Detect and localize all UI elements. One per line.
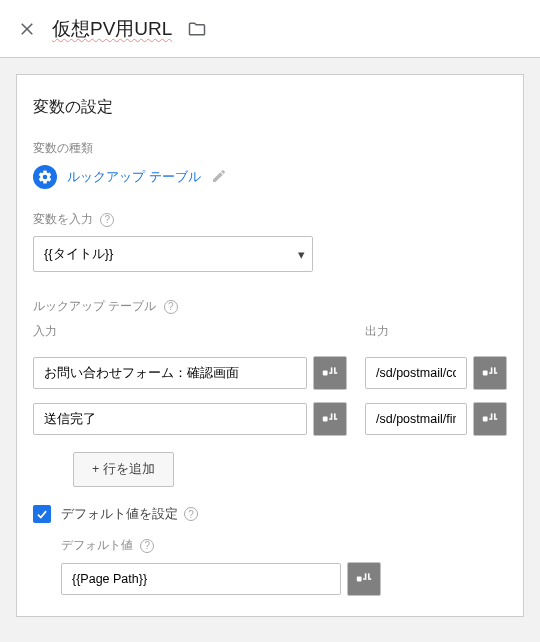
page-title: 仮想PV用URL — [52, 16, 172, 42]
help-icon[interactable]: ? — [184, 507, 198, 521]
svg-rect-21 — [494, 413, 496, 418]
svg-rect-15 — [331, 413, 333, 418]
variable-picker-icon[interactable] — [473, 356, 507, 390]
input-variable-select-button[interactable]: {{タイトル}} — [33, 236, 313, 272]
set-default-checkbox-row: デフォルト値を設定 ? — [33, 505, 507, 523]
svg-rect-22 — [357, 577, 362, 582]
col-header-input: 入力 — [33, 323, 347, 340]
lookup-output-field[interactable] — [365, 403, 467, 435]
lookup-input-field[interactable] — [33, 357, 307, 389]
svg-rect-9 — [494, 372, 497, 374]
svg-rect-14 — [334, 418, 337, 420]
svg-rect-24 — [368, 578, 371, 580]
input-variable-select[interactable]: {{タイトル}} ▾ — [33, 236, 313, 272]
svg-rect-8 — [489, 372, 492, 374]
variable-type-name[interactable]: ルックアップ テーブル — [67, 168, 201, 186]
help-icon[interactable]: ? — [140, 539, 154, 553]
svg-rect-19 — [494, 418, 497, 420]
set-default-checkbox[interactable] — [33, 505, 51, 523]
svg-rect-7 — [483, 371, 488, 376]
col-header-output: 出力 — [365, 323, 507, 340]
default-value-label: デフォルト値 ? — [61, 537, 507, 554]
lookup-column-headers: 入力 出力 — [33, 323, 507, 350]
lookup-row — [33, 402, 507, 436]
close-icon[interactable] — [16, 18, 38, 40]
svg-rect-11 — [494, 367, 496, 372]
input-variable-label: 変数を入力 ? — [33, 211, 507, 228]
lookup-row — [33, 356, 507, 390]
svg-rect-5 — [331, 367, 333, 372]
variable-type-row: ルックアップ テーブル — [33, 165, 507, 189]
svg-rect-18 — [489, 418, 492, 420]
lookup-output-field[interactable] — [365, 357, 467, 389]
variable-picker-icon[interactable] — [473, 402, 507, 436]
variable-picker-icon[interactable] — [313, 356, 347, 390]
gear-icon — [33, 165, 57, 189]
svg-rect-2 — [323, 371, 328, 376]
variable-picker-icon[interactable] — [347, 562, 381, 596]
svg-rect-3 — [329, 372, 332, 374]
variable-config-card: 変数の設定 変数の種類 ルックアップ テーブル 変数を入力 ? {{タイトル}}… — [16, 74, 524, 617]
svg-rect-25 — [365, 573, 367, 578]
lookup-table-label: ルックアップ テーブル ? — [33, 298, 507, 315]
svg-rect-4 — [334, 372, 337, 374]
svg-rect-12 — [323, 417, 328, 422]
add-row-button[interactable]: + 行を追加 — [73, 452, 174, 487]
help-icon[interactable]: ? — [100, 213, 114, 227]
type-label: 変数の種類 — [33, 140, 507, 157]
svg-rect-17 — [483, 417, 488, 422]
svg-rect-20 — [491, 413, 493, 418]
svg-rect-16 — [334, 413, 336, 418]
card-heading: 変数の設定 — [33, 97, 507, 118]
edit-type-icon[interactable] — [211, 168, 229, 186]
svg-rect-10 — [491, 367, 493, 372]
folder-icon[interactable] — [186, 18, 208, 40]
default-value-field[interactable] — [61, 563, 341, 595]
svg-rect-26 — [368, 573, 370, 578]
set-default-checkbox-label: デフォルト値を設定 — [61, 505, 178, 523]
lookup-input-field[interactable] — [33, 403, 307, 435]
titlebar: 仮想PV用URL — [0, 0, 540, 58]
svg-rect-6 — [334, 367, 336, 372]
svg-rect-23 — [363, 578, 366, 580]
variable-picker-icon[interactable] — [313, 402, 347, 436]
svg-rect-13 — [329, 418, 332, 420]
help-icon[interactable]: ? — [164, 300, 178, 314]
